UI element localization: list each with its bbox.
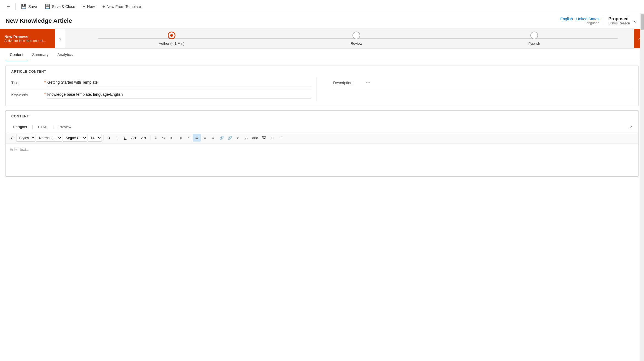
keywords-field-row: Keywords * knowledge base template, lang… (11, 89, 311, 101)
rte-align-center-button[interactable]: ≡ (201, 134, 209, 142)
editor-placeholder: Enter text... (10, 147, 29, 152)
rte-sep2 (150, 135, 150, 140)
fontcolor-icon: A̲ (141, 136, 144, 140)
step-circle-publish (530, 32, 538, 39)
rte-sep1 (103, 135, 103, 140)
rte-superscript-button[interactable]: x² (234, 134, 242, 142)
image-icon: 🖼 (262, 136, 266, 140)
status-chevron-button[interactable]: ⌄ (632, 17, 639, 25)
editor-tab-sep2: | (52, 125, 55, 129)
rte-highlight-button[interactable]: A̲▼ (130, 134, 139, 142)
process-label: New Process Active for less than one mi.… (0, 29, 55, 48)
align-center-icon: ≡ (204, 136, 206, 140)
form-col-left: Title * Getting Started with Template Ke… (11, 77, 317, 101)
back-button[interactable]: ← (3, 2, 13, 12)
rte-fontcolor-button[interactable]: A̲▼ (139, 134, 149, 142)
rte-size-select[interactable]: 14 (88, 134, 102, 142)
rte-paint-button[interactable]: 🖌 (8, 134, 16, 142)
rte-unlink-button[interactable]: 🔗 (226, 134, 234, 142)
more-icon: ⋯ (279, 136, 282, 140)
tab-summary[interactable]: Summary (28, 49, 53, 61)
bold-icon: B (107, 136, 110, 140)
rte-more-button[interactable]: ⋯ (277, 134, 284, 142)
article-content-header: ARTICLE CONTENT (6, 66, 638, 77)
editor-tab-designer[interactable]: Designer (9, 122, 31, 132)
top-toolbar: ← 💾 Save 💾 Save & Close + New + New From… (0, 0, 644, 13)
link-icon: 🔗 (219, 136, 224, 140)
align-block-icon: ≣ (195, 136, 198, 140)
status-label: Status Reason (608, 21, 630, 25)
process-step-review[interactable]: Review (351, 32, 362, 46)
language-link[interactable]: English - United States (560, 17, 599, 21)
align-left-icon: ≡ (155, 136, 157, 140)
rte-outdent-button[interactable]: ⇤ (168, 134, 176, 142)
rte-image-button[interactable]: 🖼 (260, 134, 268, 142)
save-close-button[interactable]: 💾 Save & Close (41, 2, 79, 11)
new-template-button[interactable]: + New From Template (99, 2, 144, 11)
step-label-author: Author (< 1 Min) (159, 41, 185, 46)
process-subtitle: Active for less than one mi... (4, 39, 51, 43)
save-close-icon: 💾 (45, 4, 50, 9)
scrollbar-thumb[interactable] (641, 14, 644, 30)
title-label: Title (11, 80, 44, 85)
rte-list-bullet-button[interactable]: •≡ (160, 134, 168, 142)
align-right-icon: ≡ (212, 136, 214, 140)
rte-strikethrough-button[interactable]: abc (251, 134, 260, 142)
tab-content[interactable]: Content (5, 49, 28, 61)
article-content-card: ARTICLE CONTENT Title * Getting Started … (5, 66, 639, 106)
editor-tab-html[interactable]: HTML (34, 122, 52, 132)
rte-link-button[interactable]: 🔗 (218, 134, 225, 142)
save-icon: 💾 (21, 4, 27, 9)
paint-icon: 🖌 (10, 136, 14, 140)
main-tabs: Content Summary Analytics (0, 49, 644, 61)
strikethrough-icon: abc (252, 136, 258, 140)
underline-icon: U (124, 136, 126, 140)
status-value: Proposed (608, 16, 630, 21)
superscript-icon: x² (236, 136, 239, 140)
title-value[interactable]: Getting Started with Template (47, 80, 311, 86)
new-icon: + (83, 4, 85, 9)
process-bar: New Process Active for less than one mi.… (0, 29, 644, 49)
title-required: * (44, 80, 46, 84)
toolbar-separator (15, 3, 16, 10)
rte-bold-button[interactable]: B (105, 134, 113, 142)
process-step-publish[interactable]: Publish (528, 32, 540, 46)
article-content-body: Title * Getting Started with Template Ke… (6, 77, 638, 106)
rte-indent-button[interactable]: ⇥ (177, 134, 184, 142)
subscript-icon: x₂ (245, 136, 248, 140)
rte-italic-button[interactable]: I (113, 134, 121, 142)
keywords-value[interactable]: knowledge base template, language-Englis… (47, 92, 311, 98)
keywords-required: * (44, 92, 46, 97)
rte-underline-button[interactable]: U (121, 134, 129, 142)
tab-analytics[interactable]: Analytics (53, 49, 77, 61)
unlink-icon: 🔗 (228, 136, 232, 140)
rte-align-block-button[interactable]: ≣ (193, 134, 201, 142)
editor-content-area[interactable]: Enter text... (6, 143, 638, 176)
rte-align-left-button[interactable]: ≡ (152, 134, 159, 142)
new-button[interactable]: + New (80, 2, 98, 11)
special-icon: □ (271, 136, 273, 140)
description-value[interactable]: --- (366, 80, 370, 84)
description-label: Description (333, 80, 366, 85)
rte-align-right-button[interactable]: ≡ (209, 134, 217, 142)
form-row-title-desc: Title * Getting Started with Template Ke… (11, 77, 633, 101)
step-circle-review (352, 32, 360, 39)
rte-toolbar: 🖌 Styles Normal (... Segoe UI 14 B I U (6, 132, 638, 143)
header-right: English - United States Language Propose… (560, 16, 639, 25)
rte-subscript-button[interactable]: x₂ (242, 134, 250, 142)
rte-styles-select[interactable]: Styles (16, 134, 35, 142)
rte-format-select[interactable]: Normal (... (36, 134, 62, 142)
editor-tab-preview[interactable]: Preview (55, 122, 75, 132)
page-header: New Knowledge Article English - United S… (0, 13, 644, 29)
rte-font-select[interactable]: Segoe UI (63, 134, 87, 142)
step-label-publish: Publish (528, 41, 540, 46)
expand-icon[interactable]: ↗ (627, 122, 635, 132)
editor-tab-sep1: | (31, 125, 34, 129)
list-bullet-icon: •≡ (162, 136, 166, 140)
rte-special-button[interactable]: □ (268, 134, 276, 142)
save-button[interactable]: 💾 Save (18, 2, 40, 11)
rte-blockquote-button[interactable]: ❝ (185, 134, 192, 142)
process-step-author[interactable]: Author (< 1 Min) (159, 32, 185, 46)
language-label: Language (560, 21, 599, 25)
process-prev-button[interactable]: ‹ (55, 29, 65, 48)
